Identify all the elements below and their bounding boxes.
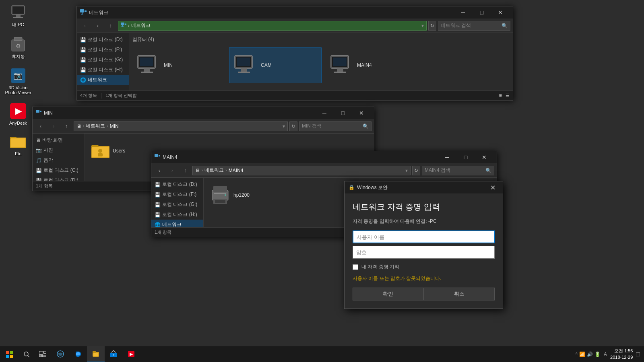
network-maximize-btn[interactable]: □ <box>473 6 491 19</box>
main4-refresh-btn[interactable]: ↻ <box>412 166 420 175</box>
cam-label: CAM <box>261 62 272 68</box>
min-users-folder[interactable]: Users <box>88 137 153 165</box>
sidebar-item-diskh[interactable]: 💾 로컬 디스크 (H:) <box>77 65 129 75</box>
up-btn[interactable]: ↑ <box>105 21 116 31</box>
main4-search-box[interactable]: MAIN4 검색 🔍 <box>422 166 494 175</box>
min-sidebar-photos[interactable]: 📷 사진 <box>33 145 85 155</box>
svg-rect-25 <box>144 68 150 72</box>
svg-point-61 <box>24 352 28 356</box>
taskbar-taskview[interactable] <box>34 346 52 362</box>
desktop-icon-anydesk[interactable]: ▶ AnyDesk <box>4 103 32 125</box>
desktop-icon-etc[interactable]: Etc <box>4 134 32 156</box>
main4-hp1200-printer[interactable]: hp1200 <box>207 181 279 209</box>
min-up-btn[interactable]: ↑ <box>61 121 72 132</box>
main4-sidebar-diskg[interactable]: 💾 로컬 디스크 (G:) <box>151 200 203 210</box>
dialog-main-title: 네트워크 자격 증명 입력 <box>353 202 495 212</box>
min-maximize-btn[interactable]: □ <box>334 107 352 119</box>
main4-maximize-btn[interactable]: □ <box>456 151 475 163</box>
main4-up-btn[interactable]: ↑ <box>180 165 191 176</box>
forward-btn[interactable]: › <box>92 21 103 31</box>
network-address-path[interactable]: › 네트워크 ▾ <box>118 21 427 31</box>
min-search-box[interactable]: MIN 검색 🔍 <box>299 121 372 131</box>
min-sidebar-desktop[interactable]: 🖥 바탕 화면 <box>33 135 85 145</box>
ok-button[interactable]: 확인 <box>353 288 424 300</box>
svg-rect-13 <box>11 138 25 147</box>
min-refresh-btn[interactable]: ↻ <box>289 121 297 131</box>
network-path-dropdown[interactable]: ▾ <box>421 23 424 29</box>
network-path-icon <box>121 23 126 29</box>
computer-item-main4[interactable]: MAIN4 <box>326 47 418 83</box>
main4-forward-btn[interactable]: › <box>167 165 178 176</box>
main4-address-path[interactable]: 🖥 › 네트워크 › MAIN4 ▾ <box>192 166 411 175</box>
sidebar-item-network[interactable]: 🌐 네트워크 <box>77 75 129 85</box>
main4-diskg-icon: 💾 <box>155 202 161 208</box>
network-search-box[interactable]: 네트워크 검색 🔍 <box>438 21 510 31</box>
taskbar-store[interactable]: ≡ <box>105 346 122 362</box>
min-close-btn[interactable]: ✕ <box>352 107 371 119</box>
svg-point-47 <box>98 149 102 153</box>
main4-minimize-btn[interactable]: ─ <box>438 151 456 163</box>
computer-item-min[interactable]: MIN <box>132 47 225 83</box>
tray-volume-icon[interactable]: 🔊 <box>587 352 593 357</box>
disk-icon-f: 💾 <box>80 47 86 53</box>
main4-sidebar-diskh[interactable]: 💾 로컬 디스크 (H:) <box>151 210 203 220</box>
view-list-icon[interactable]: ☰ <box>506 93 510 98</box>
svg-rect-15 <box>85 10 87 12</box>
network-minimize-btn[interactable]: ─ <box>454 6 473 19</box>
desktop-icon-recycle[interactable]: ♻ 휴지통 <box>4 36 32 60</box>
tray-chevron[interactable]: ^ <box>575 352 578 357</box>
network-address-bar: ‹ › ↑ › 네트워크 ▾ ↻ 네트워크 검색 🔍 <box>77 19 513 33</box>
taskbar-explorer[interactable] <box>87 346 105 362</box>
notification-icon[interactable]: □ <box>636 351 640 358</box>
min-sidebar-diskd[interactable]: 💾 로컬 디스크 (D:) <box>33 175 85 181</box>
cancel-button[interactable]: 취소 <box>424 288 495 300</box>
svg-rect-14 <box>80 9 84 12</box>
taskbar-anydesk[interactable]: ▶ <box>122 346 140 362</box>
dialog-subtitle-target: -PC <box>428 218 437 224</box>
computer-item-pc[interactable]: PC <box>132 87 225 90</box>
main4-sidebar-diskd[interactable]: 💾 로컬 디스크 (D:) <box>151 179 203 189</box>
taskbar-clock[interactable]: 오전 1:56 2018-12-29 <box>610 348 633 360</box>
min-path-net: 네트워크 <box>86 123 105 130</box>
music-icon: 🎵 <box>36 158 42 163</box>
min-minimize-btn[interactable]: ─ <box>315 107 334 119</box>
dialog-close-btn[interactable]: ✕ <box>487 183 499 192</box>
view-details-icon[interactable]: ⊞ <box>499 93 502 98</box>
disk-icon-d: 💾 <box>80 37 86 43</box>
taskbar-search-btn[interactable] <box>19 346 34 362</box>
svg-rect-20 <box>122 25 123 27</box>
computer-item-cam[interactable]: CAM <box>229 47 322 83</box>
svg-rect-65 <box>39 355 41 357</box>
desktop-icon-3dvision[interactable]: 📷 3D VisionPhoto Viewer <box>4 68 32 95</box>
taskbar-edge[interactable] <box>69 346 87 362</box>
credential-dialog: 🔒 Windows 보안 ✕ 네트워크 자격 증명 입력 자격 증명을 입력하여… <box>344 181 503 309</box>
svg-point-56 <box>225 194 226 196</box>
main4-path-dropdown[interactable]: ▾ <box>405 168 408 173</box>
min-path-dropdown[interactable]: ▾ <box>283 123 285 129</box>
min-address-path[interactable]: 🖥 › 네트워크 › MIN ▾ <box>74 121 288 131</box>
taskbar-edge-legacy[interactable] <box>52 346 69 362</box>
main4-close-btn[interactable]: ✕ <box>475 151 493 163</box>
main4-sidebar-network[interactable]: 🌐 네트워크 <box>151 220 203 227</box>
username-input[interactable] <box>353 230 495 243</box>
sidebar-item-diskf[interactable]: 💾 로컬 디스크 (F:) <box>77 45 129 55</box>
network-titlebar: 네트워크 ─ □ ✕ <box>77 6 513 19</box>
main4-back-btn[interactable]: ‹ <box>154 165 165 176</box>
remember-checkbox[interactable] <box>353 264 358 270</box>
svg-rect-35 <box>337 68 343 72</box>
password-input[interactable] <box>353 246 495 259</box>
min-forward-btn[interactable]: › <box>48 121 59 132</box>
min-sidebar-music[interactable]: 🎵 음악 <box>33 155 85 165</box>
sidebar-item-diskg[interactable]: 💾 로컬 디스크 (G:) <box>77 55 129 65</box>
network-close-btn[interactable]: ✕ <box>491 6 510 19</box>
main4-sidebar-diskf[interactable]: 💾 로컬 디스크 (F:) <box>151 189 203 200</box>
min-sidebar-diskc[interactable]: 💾 로컬 디스크 (C:) <box>33 165 85 175</box>
sidebar-item-diskd[interactable]: 💾 로컬 디스크 (D:) <box>77 35 129 45</box>
start-button[interactable] <box>0 346 19 362</box>
min-search-placeholder: MIN 검색 <box>302 123 363 130</box>
refresh-btn[interactable]: ↻ <box>428 21 436 31</box>
back-btn[interactable]: ‹ <box>79 21 91 31</box>
desktop-icon-mypc[interactable]: 내 PC <box>4 4 32 28</box>
min-back-btn[interactable]: ‹ <box>35 121 46 132</box>
tray-lang-icon[interactable]: A <box>604 352 607 357</box>
